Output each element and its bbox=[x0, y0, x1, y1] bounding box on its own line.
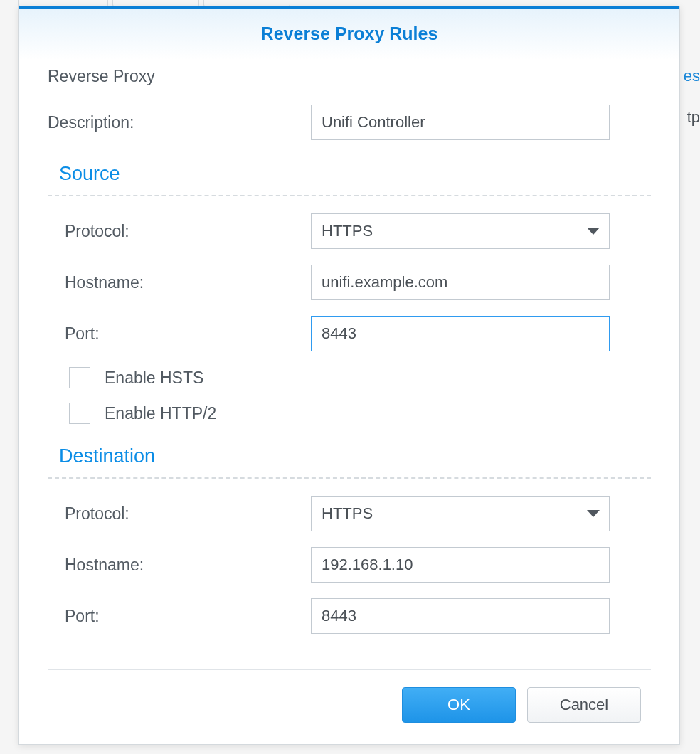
dialog-body: Reverse Proxy Description: Source Protoc… bbox=[19, 60, 679, 657]
reverse-proxy-dialog: Reverse Proxy Rules Reverse Proxy Descri… bbox=[18, 6, 680, 745]
destination-protocol-select[interactable]: HTTPS bbox=[311, 496, 610, 531]
destination-port-input[interactable] bbox=[311, 598, 610, 634]
source-hostname-row: Hostname: bbox=[65, 265, 651, 300]
destination-hostname-row: Hostname: bbox=[65, 547, 651, 583]
destination-divider bbox=[48, 477, 651, 479]
destination-port-row: Port: bbox=[65, 598, 651, 634]
source-hostname-input[interactable] bbox=[311, 265, 610, 300]
description-row: Description: bbox=[48, 105, 651, 140]
destination-hostname-label: Hostname: bbox=[65, 556, 311, 575]
source-protocol-label: Protocol: bbox=[65, 222, 311, 241]
dialog-title: Reverse Proxy Rules bbox=[19, 9, 679, 60]
bg-text-fragment-1: es bbox=[684, 67, 700, 85]
enable-hsts-checkbox[interactable] bbox=[69, 367, 90, 388]
enable-http2-row: Enable HTTP/2 bbox=[65, 403, 651, 424]
source-port-row: Port: bbox=[65, 316, 651, 351]
source-divider bbox=[48, 195, 651, 196]
bg-text-fragment-2: tp bbox=[687, 108, 700, 127]
enable-http2-checkbox[interactable] bbox=[69, 403, 90, 424]
destination-section: Protocol: HTTPS Hostname: Port: bbox=[48, 496, 651, 634]
destination-protocol-label: Protocol: bbox=[65, 504, 311, 524]
destination-hostname-input[interactable] bbox=[311, 547, 610, 583]
destination-protocol-row: Protocol: HTTPS bbox=[65, 496, 651, 531]
source-protocol-value: HTTPS bbox=[311, 213, 610, 249]
cancel-button[interactable]: Cancel bbox=[527, 687, 641, 723]
source-protocol-select[interactable]: HTTPS bbox=[311, 213, 610, 249]
description-input[interactable] bbox=[311, 105, 610, 140]
source-hostname-label: Hostname: bbox=[65, 273, 311, 292]
ok-button[interactable]: OK bbox=[402, 687, 516, 723]
dialog-subtitle: Reverse Proxy bbox=[48, 67, 651, 86]
source-protocol-row: Protocol: HTTPS bbox=[65, 213, 651, 249]
source-port-label: Port: bbox=[65, 324, 311, 344]
destination-port-label: Port: bbox=[65, 607, 311, 626]
description-label: Description: bbox=[48, 113, 311, 132]
destination-section-header: Destination bbox=[48, 438, 651, 477]
dialog-footer: OK Cancel bbox=[19, 670, 679, 744]
source-port-input[interactable] bbox=[311, 316, 610, 351]
destination-protocol-value: HTTPS bbox=[311, 496, 610, 531]
source-section: Protocol: HTTPS Hostname: Port: bbox=[48, 213, 651, 424]
enable-hsts-row: Enable HSTS bbox=[65, 367, 651, 388]
enable-http2-label: Enable HTTP/2 bbox=[105, 404, 216, 423]
source-section-header: Source bbox=[48, 156, 651, 195]
enable-hsts-label: Enable HSTS bbox=[105, 368, 203, 388]
